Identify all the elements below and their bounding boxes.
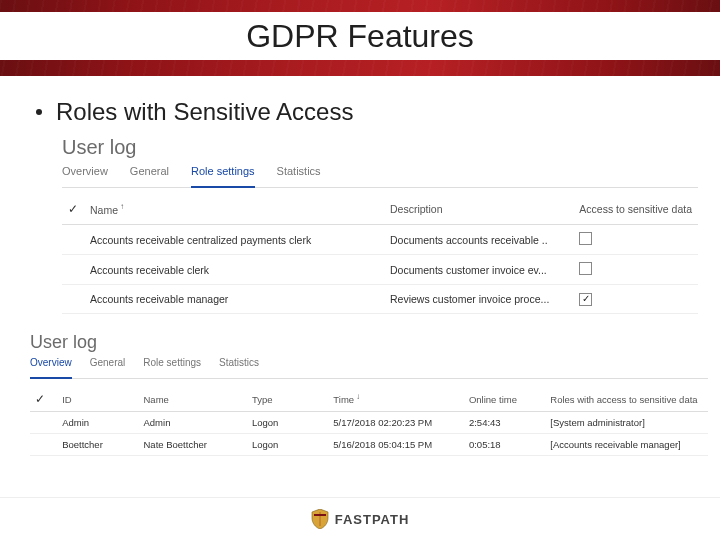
col-online[interactable]: Online time bbox=[464, 387, 545, 412]
table-header-row: ✓ ID Name Type Time↓ Online time Roles w… bbox=[30, 387, 708, 412]
cell-access: ✓ bbox=[573, 285, 698, 314]
brand-name: FASTPATH bbox=[335, 512, 410, 527]
col-id[interactable]: ID bbox=[57, 387, 138, 412]
cell-id: Admin bbox=[57, 412, 138, 434]
col-time[interactable]: Time↓ bbox=[328, 387, 464, 412]
cell-online: 0:05:18 bbox=[464, 434, 545, 456]
tab-overview[interactable]: Overview bbox=[30, 357, 72, 379]
tab-general[interactable]: General bbox=[130, 165, 169, 181]
user-log-panel-roles: User log Overview General Role settings … bbox=[62, 136, 698, 314]
cell-name: Admin bbox=[139, 412, 247, 434]
panel1-heading: User log bbox=[62, 136, 698, 159]
tab-role-settings[interactable]: Role settings bbox=[191, 165, 255, 188]
tab-statistics[interactable]: Statistics bbox=[277, 165, 321, 181]
col-select[interactable]: ✓ bbox=[30, 387, 57, 412]
table-row[interactable]: Admin Admin Logon 5/17/2018 02:20:23 PM … bbox=[30, 412, 708, 434]
checkbox[interactable] bbox=[579, 232, 592, 245]
cell-type: Logon bbox=[247, 434, 328, 456]
checkbox[interactable] bbox=[579, 262, 592, 275]
cell-description: Documents customer invoice ev... bbox=[384, 255, 573, 285]
cell-roles: [System administrator] bbox=[545, 412, 708, 434]
roles-table: ✓ Name↑ Description Access to sensitive … bbox=[62, 196, 698, 314]
checkmark-icon: ✓ bbox=[68, 202, 78, 216]
table-row[interactable]: Boettcher Nate Boettcher Logon 5/16/2018… bbox=[30, 434, 708, 456]
bullet-icon bbox=[36, 109, 42, 115]
checkmark-icon: ✓ bbox=[35, 392, 45, 406]
table-header-row: ✓ Name↑ Description Access to sensitive … bbox=[62, 196, 698, 225]
sort-asc-icon: ↑ bbox=[120, 202, 124, 211]
sort-desc-icon: ↓ bbox=[356, 392, 360, 401]
cell-name: Accounts receivable manager bbox=[84, 285, 384, 314]
cell-time: 5/17/2018 02:20:23 PM bbox=[328, 412, 464, 434]
table-row[interactable]: Accounts receivable clerk Documents cust… bbox=[62, 255, 698, 285]
col-select[interactable]: ✓ bbox=[62, 196, 84, 225]
table-row[interactable]: Accounts receivable centralized payments… bbox=[62, 225, 698, 255]
cell-description: Reviews customer invoice proce... bbox=[384, 285, 573, 314]
cell-name: Accounts receivable clerk bbox=[84, 255, 384, 285]
cell-time: 5/16/2018 05:04:15 PM bbox=[328, 434, 464, 456]
col-name[interactable]: Name bbox=[139, 387, 247, 412]
footer: FASTPATH bbox=[0, 497, 720, 540]
title-banner: GDPR Features bbox=[0, 0, 720, 76]
col-type[interactable]: Type bbox=[247, 387, 328, 412]
slide: GDPR Features Roles with Sensitive Acces… bbox=[0, 0, 720, 540]
col-name[interactable]: Name↑ bbox=[84, 196, 384, 225]
panel1-tabs: Overview General Role settings Statistic… bbox=[62, 165, 698, 188]
user-log-panel-overview: User log Overview General Role settings … bbox=[30, 332, 708, 456]
bullet-text: Roles with Sensitive Access bbox=[56, 98, 353, 126]
cell-roles: [Accounts receivable manager] bbox=[545, 434, 708, 456]
tab-statistics[interactable]: Statistics bbox=[219, 357, 259, 372]
col-access[interactable]: Access to sensitive data bbox=[573, 196, 698, 225]
brand-logo: FASTPATH bbox=[311, 509, 410, 529]
table-row[interactable]: Accounts receivable manager Reviews cust… bbox=[62, 285, 698, 314]
checkbox-checked[interactable]: ✓ bbox=[579, 293, 592, 306]
tab-role-settings[interactable]: Role settings bbox=[143, 357, 201, 372]
cell-id: Boettcher bbox=[57, 434, 138, 456]
col-description[interactable]: Description bbox=[384, 196, 573, 225]
cell-online: 2:54:43 bbox=[464, 412, 545, 434]
cell-name: Nate Boettcher bbox=[139, 434, 247, 456]
tab-general[interactable]: General bbox=[90, 357, 126, 372]
cell-type: Logon bbox=[247, 412, 328, 434]
panel2-heading: User log bbox=[30, 332, 708, 353]
cell-access bbox=[573, 225, 698, 255]
panel2-tabs: Overview General Role settings Statistic… bbox=[30, 357, 708, 379]
shield-icon bbox=[311, 509, 329, 529]
tab-overview[interactable]: Overview bbox=[62, 165, 108, 181]
cell-description: Documents accounts receivable .. bbox=[384, 225, 573, 255]
slide-title: GDPR Features bbox=[246, 18, 474, 55]
title-bar: GDPR Features bbox=[0, 12, 720, 60]
cell-name: Accounts receivable centralized payments… bbox=[84, 225, 384, 255]
userlog-table: ✓ ID Name Type Time↓ Online time Roles w… bbox=[30, 387, 708, 456]
cell-access bbox=[573, 255, 698, 285]
col-roles[interactable]: Roles with access to sensitive data bbox=[545, 387, 708, 412]
bullet-row: Roles with Sensitive Access bbox=[36, 98, 720, 126]
